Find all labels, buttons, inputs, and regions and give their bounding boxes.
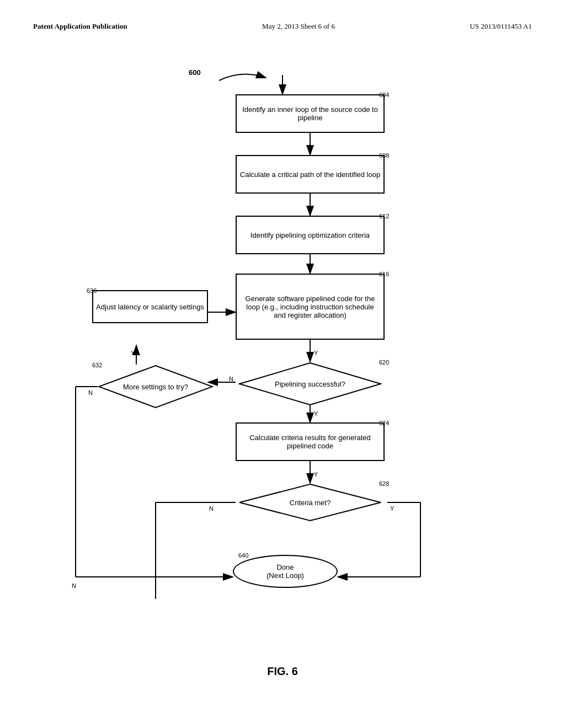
- box-636: Adjust latency or scalarity settings: [92, 290, 208, 323]
- n-label-632: N: [88, 389, 93, 396]
- box-604: Identify an inner loop of the source cod…: [236, 94, 385, 133]
- box-624-text: Calculate criteria results for generated…: [239, 433, 381, 450]
- label-628: 628: [379, 480, 389, 487]
- y-label-632: Y: [131, 350, 135, 356]
- diamond-628-text: Criteria met?: [290, 499, 331, 507]
- oval-640: Done (Next Loop): [233, 555, 338, 588]
- figure-number: FIG. 6: [267, 665, 298, 677]
- label-624: 624: [379, 420, 389, 426]
- box-636-text: Adjust latency or scalarity settings: [96, 303, 204, 311]
- box-612-text: Identify pipelining optimization criteri…: [250, 231, 370, 239]
- n-label-628: N: [209, 505, 214, 512]
- y-label-628b: Y: [390, 505, 394, 512]
- diamond-620-text: Pipelining successful?: [275, 380, 345, 388]
- box-604-text: Identify an inner loop of the source cod…: [239, 105, 381, 122]
- diamond-620: Pipelining successful?: [238, 362, 382, 406]
- page-header: Patent Application Publication May 2, 20…: [33, 22, 532, 31]
- diamond-632: More settings to try?: [98, 365, 214, 409]
- header-left: Patent Application Publication: [33, 22, 127, 31]
- label-632: 632: [92, 362, 102, 368]
- n-label-620: N: [229, 376, 233, 382]
- box-616: Generate software pipelined code for the…: [236, 274, 385, 340]
- oval-640-text: Done (Next Loop): [266, 563, 304, 580]
- label-612: 612: [379, 213, 389, 220]
- figure-caption: FIG. 6: [33, 665, 532, 678]
- diamond-632-text: More settings to try?: [123, 383, 188, 391]
- diagram-label-600: 600: [189, 68, 201, 77]
- label-620: 620: [379, 359, 389, 366]
- header-center: May 2, 2013 Sheet 6 of 6: [262, 22, 335, 31]
- y-label-620: Y: [314, 350, 318, 356]
- box-612: Identify pipelining optimization criteri…: [236, 216, 385, 254]
- label-616: 616: [379, 271, 389, 277]
- diamond-628: Criteria met?: [238, 483, 382, 522]
- label-636: 636: [87, 287, 97, 294]
- box-616-text: Generate software pipelined code for the…: [241, 295, 379, 319]
- y-label-628: Y: [314, 471, 318, 478]
- y-label-620b: Y: [314, 410, 318, 417]
- label-640: 640: [238, 552, 248, 559]
- header-right: US 2013/0111453 A1: [470, 22, 532, 31]
- flowchart-diagram: 600 Identify an inner loop of the source…: [45, 47, 520, 654]
- box-608: Calculate a critical path of the identif…: [236, 155, 385, 194]
- box-624: Calculate criteria results for generated…: [236, 422, 385, 461]
- page: Patent Application Publication May 2, 20…: [0, 0, 565, 728]
- n-label-big: N: [72, 582, 76, 589]
- label-608: 608: [379, 152, 389, 159]
- box-608-text: Calculate a critical path of the identif…: [240, 170, 380, 179]
- label-604: 604: [379, 92, 389, 98]
